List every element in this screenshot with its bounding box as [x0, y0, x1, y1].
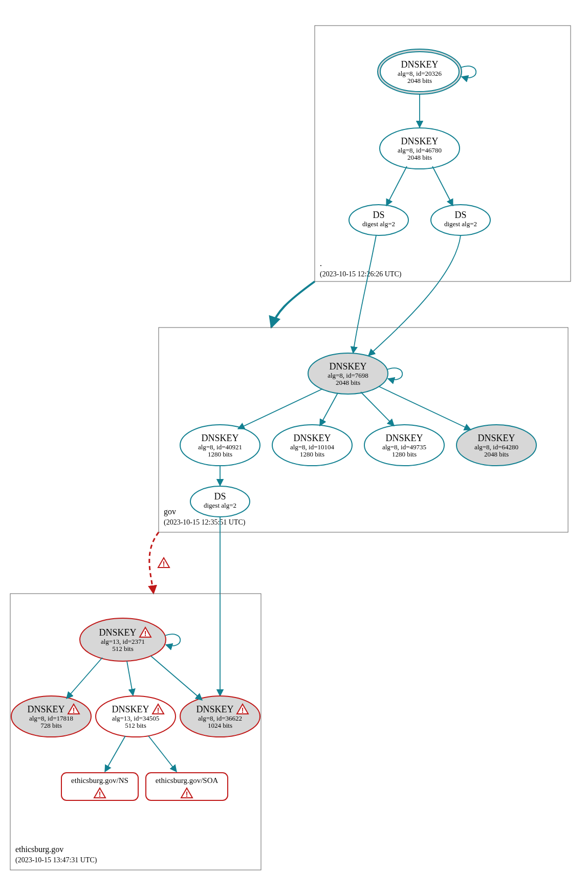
svg-text:digest alg=2: digest alg=2: [204, 502, 236, 509]
edge-root-zsk-ds2: [432, 166, 453, 206]
edge-eb-ksk-self: [165, 634, 180, 646]
edge-govksk-k2: [320, 393, 338, 426]
svg-text:2048 bits: 2048 bits: [336, 379, 360, 386]
svg-text:DNSKEY: DNSKEY: [477, 433, 515, 443]
svg-text:DNSKEY: DNSKEY: [99, 627, 136, 638]
svg-text:alg=8, id=46780: alg=8, id=46780: [398, 146, 442, 154]
svg-text:alg=13, id=34505: alg=13, id=34505: [112, 714, 160, 722]
svg-text:alg=8, id=64280: alg=8, id=64280: [474, 443, 518, 451]
edge-govksk-k1: [238, 389, 322, 429]
svg-text:alg=8, id=17818: alg=8, id=17818: [29, 714, 73, 722]
zone-root: . (2023-10-15 12:26:26 UTC) DNSKEY alg=8…: [315, 26, 571, 281]
svg-text:DNSKEY: DNSKEY: [401, 59, 438, 70]
edge-govksk-k3: [361, 392, 394, 426]
node-eb-key3: DNSKEY alg=8, id=36622 1024 bits: [180, 696, 260, 737]
edge-ebksk-k2: [127, 661, 133, 695]
node-gov-key64: DNSKEY alg=8, id=64280 2048 bits: [456, 425, 536, 466]
svg-text:ethicsburg.gov/NS: ethicsburg.gov/NS: [71, 776, 128, 785]
svg-text:DNSKEY: DNSKEY: [401, 136, 438, 146]
node-root-ksk: DNSKEY alg=8, id=20326 2048 bits: [378, 49, 462, 94]
svg-text:DS: DS: [373, 210, 384, 220]
zone-ethicsburg: ethicsburg.gov (2023-10-15 13:47:31 UTC)…: [10, 594, 261, 870]
zone-root-name: .: [320, 259, 322, 268]
svg-text:DNSKEY: DNSKEY: [196, 704, 233, 714]
zone-gov-ts: (2023-10-15 12:35:51 UTC): [164, 518, 246, 527]
node-eb-key1: DNSKEY alg=8, id=17818 728 bits: [11, 696, 91, 737]
node-root-ds2: DS digest alg=2: [431, 205, 490, 235]
svg-text:728 bits: 728 bits: [40, 722, 62, 729]
node-eb-soa: ethicsburg.gov/SOA: [146, 773, 228, 800]
zone-gov-name: gov: [164, 507, 176, 516]
node-root-ds1: DS digest alg=2: [349, 205, 408, 235]
svg-text:digest alg=2: digest alg=2: [362, 220, 395, 228]
svg-text:DNSKEY: DNSKEY: [27, 704, 64, 714]
svg-text:DNSKEY: DNSKEY: [112, 704, 149, 714]
node-eb-zsk: DNSKEY alg=13, id=34505 512 bits: [96, 696, 176, 737]
zone-root-ts: (2023-10-15 12:26:26 UTC): [320, 270, 402, 278]
svg-text:DNSKEY: DNSKEY: [385, 433, 423, 443]
svg-text:alg=8, id=40921: alg=8, id=40921: [198, 443, 242, 451]
svg-text:2048 bits: 2048 bits: [407, 154, 432, 161]
edge-ebksk-k3: [151, 656, 202, 700]
svg-text:alg=8, id=36622: alg=8, id=36622: [198, 714, 242, 722]
edge-govksk-k4: [379, 386, 471, 430]
svg-text:ethicsburg.gov/SOA: ethicsburg.gov/SOA: [156, 776, 219, 785]
zone-eb-ts: (2023-10-15 13:47:31 UTC): [15, 856, 97, 864]
svg-text:DNSKEY: DNSKEY: [293, 433, 331, 443]
svg-text:DS: DS: [214, 491, 226, 502]
zone-gov: gov (2023-10-15 12:35:51 UTC) DNSKEY alg…: [159, 235, 568, 532]
edge-gov-ksk-self: [387, 368, 402, 380]
edge-root-zsk-ds1: [386, 166, 407, 206]
node-root-zsk: DNSKEY alg=8, id=46780 2048 bits: [380, 128, 460, 169]
edge-root-to-gov-zone: [271, 281, 315, 328]
svg-text:1280 bits: 1280 bits: [300, 450, 324, 458]
svg-text:DS: DS: [454, 210, 466, 220]
svg-text:512 bits: 512 bits: [125, 722, 146, 729]
zone-eb-name: ethicsburg.gov: [15, 845, 63, 854]
svg-text:alg=8, id=49735: alg=8, id=49735: [382, 443, 426, 451]
svg-text:alg=8, id=10104: alg=8, id=10104: [290, 443, 335, 451]
svg-text:2048 bits: 2048 bits: [407, 77, 432, 84]
edge-ds1-govksk: [353, 235, 376, 353]
edge-ebksk-k1: [67, 658, 102, 699]
node-eb-ns: ethicsburg.gov/NS: [61, 773, 138, 800]
svg-text:alg=8, id=20326: alg=8, id=20326: [398, 70, 442, 77]
svg-text:512 bits: 512 bits: [112, 645, 134, 652]
dnssec-diagram: ! . (2023-10-15 12:26:26 UTC) DNSKEY alg…: [0, 0, 588, 893]
edge-ds2-govksk: [368, 235, 461, 356]
node-gov-zsk2: DNSKEY alg=8, id=10104 1280 bits: [272, 425, 352, 466]
edge-gov-to-eb-warn: [149, 532, 159, 594]
edge-root-ksk-self: [461, 66, 476, 78]
svg-text:1280 bits: 1280 bits: [392, 450, 417, 458]
edge-ebzsk-ns: [105, 736, 125, 772]
node-gov-ds: DS digest alg=2: [190, 486, 250, 517]
node-gov-zsk3: DNSKEY alg=8, id=49735 1280 bits: [364, 425, 444, 466]
svg-text:DNSKEY: DNSKEY: [201, 433, 238, 443]
node-eb-ksk: DNSKEY alg=13, id=2371 512 bits: [80, 618, 166, 661]
svg-text:digest alg=2: digest alg=2: [444, 220, 477, 228]
svg-text:1024 bits: 1024 bits: [208, 722, 232, 729]
svg-text:DNSKEY: DNSKEY: [329, 361, 366, 372]
svg-text:alg=13, id=2371: alg=13, id=2371: [101, 638, 145, 645]
svg-text:alg=8, id=7698: alg=8, id=7698: [328, 372, 368, 379]
svg-text:2048 bits: 2048 bits: [484, 450, 509, 458]
svg-text:1280 bits: 1280 bits: [208, 450, 232, 458]
node-gov-ksk: DNSKEY alg=8, id=7698 2048 bits: [308, 353, 388, 394]
node-gov-zsk1: DNSKEY alg=8, id=40921 1280 bits: [180, 425, 260, 466]
edge-ebzsk-soa: [148, 736, 177, 772]
warning-icon: [158, 558, 169, 568]
